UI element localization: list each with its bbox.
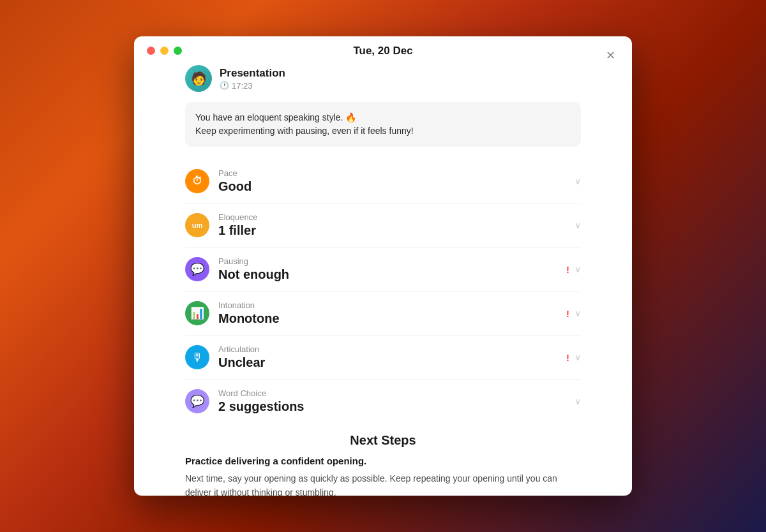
pace-label: Pace bbox=[218, 168, 574, 178]
close-traffic-light[interactable] bbox=[147, 47, 155, 55]
pace-content: Pace Good bbox=[218, 168, 574, 194]
eloquence-label: Eloquence bbox=[218, 212, 574, 222]
intonation-chevron: ∨ bbox=[574, 308, 581, 318]
session-time: 🕐 17:23 bbox=[220, 81, 285, 91]
metrics-list: ⏱ Pace Good ∨ um Eloquence 1 filler ∨ bbox=[185, 159, 581, 423]
pausing-value: Not enough bbox=[218, 267, 566, 282]
word-choice-value: 2 suggestions bbox=[218, 399, 574, 414]
minimize-traffic-light[interactable] bbox=[160, 47, 169, 55]
eloquence-right: ∨ bbox=[574, 220, 581, 230]
articulation-right: ! ∨ bbox=[566, 352, 581, 363]
pace-value: Good bbox=[218, 179, 574, 194]
articulation-content: Articulation Unclear bbox=[218, 344, 566, 370]
feedback-box: You have an eloquent speaking style. 🔥 K… bbox=[185, 102, 581, 147]
pace-right: ∨ bbox=[574, 176, 581, 186]
eloquence-icon: um bbox=[185, 213, 209, 237]
next-steps-title: Next Steps bbox=[185, 433, 581, 448]
close-button[interactable]: ✕ bbox=[601, 47, 619, 64]
feedback-line1: You have an eloquent speaking style. 🔥 bbox=[195, 111, 571, 124]
articulation-icon: 🎙 bbox=[185, 345, 209, 369]
eloquence-content: Eloquence 1 filler bbox=[218, 212, 574, 238]
articulation-label: Articulation bbox=[218, 344, 566, 354]
pausing-icon: 💬 bbox=[185, 257, 209, 281]
next-steps-body: Next time, say your opening as quickly a… bbox=[185, 471, 581, 496]
eloquence-chevron: ∨ bbox=[574, 220, 581, 230]
articulation-value: Unclear bbox=[218, 355, 566, 370]
intonation-content: Intonation Monotone bbox=[218, 300, 566, 326]
next-steps-section: Next Steps Practice delivering a confide… bbox=[185, 433, 581, 496]
session-time-value: 17:23 bbox=[232, 81, 253, 91]
session-header: 🧑 Presentation 🕐 17:23 bbox=[185, 65, 581, 92]
metric-eloquence[interactable]: um Eloquence 1 filler ∨ bbox=[185, 203, 581, 248]
word-choice-label: Word Choice bbox=[218, 388, 574, 398]
intonation-icon: 📊 bbox=[185, 301, 209, 325]
window-title-area: Tue, 20 Dec bbox=[353, 45, 412, 57]
intonation-right: ! ∨ bbox=[566, 308, 581, 319]
articulation-warning: ! bbox=[566, 352, 569, 363]
pace-icon: ⏱ bbox=[185, 169, 209, 193]
metric-pace[interactable]: ⏱ Pace Good ∨ bbox=[185, 159, 581, 203]
intonation-value: Monotone bbox=[218, 311, 566, 326]
feedback-line2: Keep experimenting with pausing, even if… bbox=[195, 124, 571, 138]
pausing-content: Pausing Not enough bbox=[218, 256, 566, 282]
pausing-right: ! ∨ bbox=[566, 264, 581, 275]
avatar-icon: 🧑 bbox=[191, 71, 207, 86]
metric-word-choice[interactable]: 💬 Word Choice 2 suggestions ∨ bbox=[185, 380, 581, 423]
intonation-label: Intonation bbox=[218, 300, 566, 310]
metric-articulation[interactable]: 🎙 Articulation Unclear ! ∨ bbox=[185, 336, 581, 380]
content-area: 🧑 Presentation 🕐 17:23 You have an eloqu… bbox=[134, 55, 632, 496]
metric-intonation[interactable]: 📊 Intonation Monotone ! ∨ bbox=[185, 292, 581, 336]
main-window: Tue, 20 Dec ✕ 🧑 Presentation 🕐 17:23 You… bbox=[134, 36, 632, 496]
metric-pausing[interactable]: 💬 Pausing Not enough ! ∨ bbox=[185, 248, 581, 292]
window-date: Tue, 20 Dec bbox=[353, 45, 412, 57]
avatar: 🧑 bbox=[185, 65, 212, 92]
word-choice-icon: 💬 bbox=[185, 389, 209, 413]
pausing-chevron: ∨ bbox=[574, 264, 581, 274]
maximize-traffic-light[interactable] bbox=[174, 47, 182, 55]
word-choice-right: ∨ bbox=[574, 396, 581, 406]
intonation-warning: ! bbox=[566, 308, 569, 319]
word-choice-chevron: ∨ bbox=[574, 396, 581, 406]
traffic-lights bbox=[147, 47, 182, 55]
eloquence-value: 1 filler bbox=[218, 223, 574, 238]
articulation-chevron: ∨ bbox=[574, 352, 581, 362]
word-choice-content: Word Choice 2 suggestions bbox=[218, 388, 574, 414]
session-title: Presentation bbox=[220, 67, 285, 80]
clock-icon: 🕐 bbox=[220, 81, 229, 90]
pausing-label: Pausing bbox=[218, 256, 566, 266]
pausing-warning: ! bbox=[566, 264, 569, 275]
next-steps-heading: Practice delivering a confident opening. bbox=[185, 455, 581, 466]
title-bar: Tue, 20 Dec ✕ bbox=[134, 36, 632, 55]
session-info: Presentation 🕐 17:23 bbox=[220, 67, 285, 91]
pace-chevron: ∨ bbox=[574, 176, 581, 186]
